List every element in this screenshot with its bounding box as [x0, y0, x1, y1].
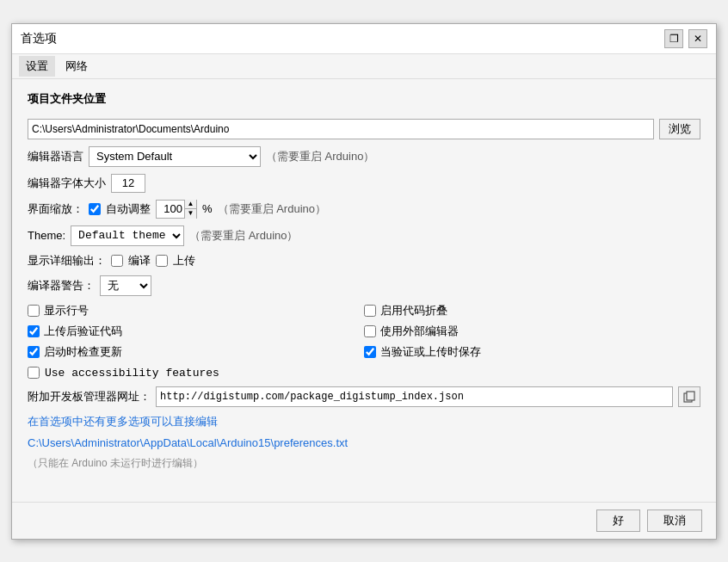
verify-after-upload-label: 上传后验证代码	[44, 324, 122, 339]
theme-row: Theme: Default theme （需要重启 Arduino）	[28, 225, 700, 246]
editor-font-size-label: 编辑器字体大小	[28, 176, 106, 191]
more-prefs-link[interactable]: 在首选项中还有更多选项可以直接编辑	[28, 414, 218, 429]
editor-language-row: 编辑器语言 System Default （需要重启 Arduino）	[28, 146, 700, 167]
checkboxes-grid: 显示行号 启用代码折叠 上传后验证代码 使用外部编辑器 启动时检查更新 当验证或…	[28, 303, 700, 360]
menu-item-settings[interactable]: 设置	[19, 56, 55, 77]
accessibility-row: Use accessibility features	[28, 367, 700, 380]
compiler-warning-row: 编译器警告： 无	[28, 275, 700, 296]
check-updates-checkbox[interactable]	[28, 346, 40, 358]
menu-bar: 设置 网络	[12, 54, 716, 79]
edit-note: （只能在 Arduino 未运行时进行编辑）	[28, 456, 203, 471]
title-bar-controls: ❐ ✕	[664, 29, 707, 48]
interface-scale-row: 界面缩放： 自动调整 ▲ ▼ % （需要重启 Arduino）	[28, 200, 700, 219]
scale-spinner: ▲ ▼	[156, 200, 197, 219]
copy-urls-button[interactable]	[678, 386, 700, 407]
prefs-path-row: C:\Users\Administrator\AppData\Local\Ard…	[28, 436, 700, 449]
dialog-footer: 好 取消	[12, 502, 716, 539]
scale-note: （需要重启 Arduino）	[218, 201, 326, 217]
content-area: 项目文件夹位置 浏览 编辑器语言 System Default （需要重启 Ar…	[12, 79, 716, 502]
editor-language-note: （需要重启 Arduino）	[266, 149, 374, 164]
editor-language-select[interactable]: System Default	[89, 146, 261, 167]
use-external-editor-item: 使用外部编辑器	[364, 324, 700, 339]
project-folder-input[interactable]	[28, 119, 654, 139]
compiler-warning-select[interactable]: 无	[100, 275, 151, 296]
close-button[interactable]: ✕	[688, 29, 707, 48]
edit-note-row: （只能在 Arduino 未运行时进行编辑）	[28, 456, 700, 471]
title-bar: 首选项 ❐ ✕	[12, 24, 716, 54]
verbose-output-row: 显示详细输出： 编译 上传	[28, 253, 700, 269]
verify-after-upload-checkbox[interactable]	[28, 325, 40, 337]
section-project-folder: 项目文件夹位置	[28, 91, 700, 114]
dialog-title: 首选项	[21, 31, 57, 46]
spin-buttons: ▲ ▼	[184, 200, 196, 219]
more-prefs-row: 在首选项中还有更多选项可以直接编辑	[28, 414, 700, 429]
enable-code-folding-label: 启用代码折叠	[380, 303, 447, 318]
use-external-editor-label: 使用外部编辑器	[380, 324, 459, 339]
verbose-compile-label: 编译	[128, 253, 151, 269]
auto-adjust-label: 自动调整	[106, 201, 151, 217]
verbose-upload-label: 上传	[173, 253, 195, 269]
verbose-output-label: 显示详细输出：	[28, 253, 106, 269]
theme-note: （需要重启 Arduino）	[189, 228, 298, 244]
show-line-numbers-item: 显示行号	[28, 303, 364, 318]
copy-icon	[683, 391, 695, 403]
restore-button[interactable]: ❐	[664, 29, 683, 48]
verbose-upload-checkbox[interactable]	[156, 255, 168, 267]
show-line-numbers-label: 显示行号	[44, 303, 89, 318]
accessibility-label: Use accessibility features	[45, 367, 219, 380]
save-on-verify-checkbox[interactable]	[364, 346, 376, 358]
verify-after-upload-item: 上传后验证代码	[28, 324, 364, 339]
enable-code-folding-item: 启用代码折叠	[364, 303, 700, 318]
spin-down-button[interactable]: ▼	[184, 209, 196, 219]
browse-button[interactable]: 浏览	[659, 119, 700, 139]
additional-urls-row: 附加开发板管理器网址：	[28, 386, 700, 407]
check-updates-label: 启动时检查更新	[44, 344, 122, 360]
editor-language-label: 编辑器语言	[28, 149, 83, 164]
theme-select[interactable]: Default theme	[71, 225, 184, 246]
ok-button[interactable]: 好	[596, 510, 640, 532]
check-updates-item: 启动时检查更新	[28, 344, 364, 360]
save-on-verify-label: 当验证或上传时保存	[380, 344, 481, 360]
compiler-warning-label: 编译器警告：	[28, 278, 95, 293]
save-on-verify-item: 当验证或上传时保存	[364, 344, 700, 360]
editor-font-size-input[interactable]	[111, 174, 145, 193]
scale-input[interactable]	[157, 201, 184, 218]
cancel-button[interactable]: 取消	[647, 510, 702, 532]
svg-rect-1	[687, 392, 694, 400]
enable-code-folding-checkbox[interactable]	[364, 305, 376, 317]
preferences-dialog: 首选项 ❐ ✕ 设置 网络 项目文件夹位置 浏览 编辑器语言 System De…	[11, 23, 717, 540]
scale-percent-label: %	[202, 202, 213, 215]
interface-scale-label: 界面缩放：	[28, 201, 83, 217]
auto-adjust-checkbox[interactable]	[89, 203, 101, 215]
editor-font-size-row: 编辑器字体大小	[28, 174, 700, 193]
project-folder-row: 浏览	[28, 119, 700, 139]
theme-label: Theme:	[28, 229, 65, 242]
accessibility-checkbox[interactable]	[28, 367, 40, 379]
spin-up-button[interactable]: ▲	[184, 200, 196, 210]
show-line-numbers-checkbox[interactable]	[28, 305, 40, 317]
project-folder-label: 项目文件夹位置	[28, 91, 106, 107]
use-external-editor-checkbox[interactable]	[364, 325, 376, 337]
additional-urls-label: 附加开发板管理器网址：	[28, 389, 151, 405]
additional-urls-input[interactable]	[156, 386, 673, 407]
menu-item-network[interactable]: 网络	[59, 56, 95, 77]
prefs-file-path-link[interactable]: C:\Users\Administrator\AppData\Local\Ard…	[28, 436, 348, 449]
verbose-compile-checkbox[interactable]	[111, 255, 123, 267]
